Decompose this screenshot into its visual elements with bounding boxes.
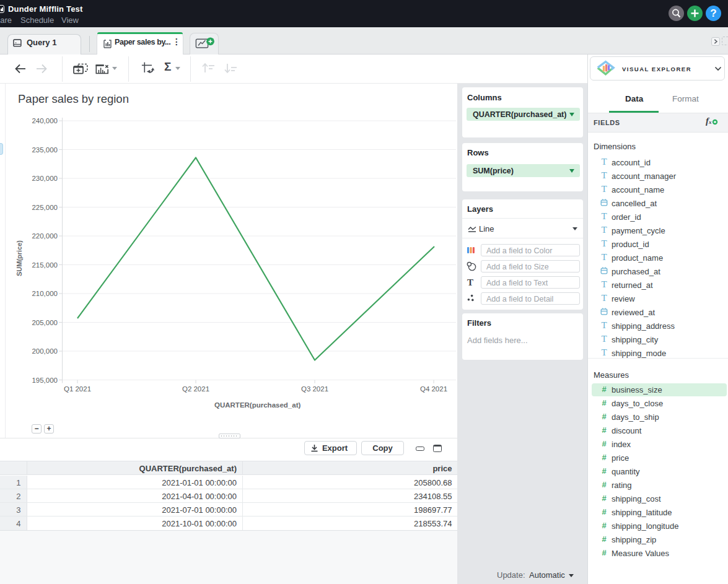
svg-text:210,000: 210,000 [32,290,58,297]
svg-text:200,000: 200,000 [32,347,58,355]
svg-text:Q4 2021: Q4 2021 [420,385,447,393]
svg-text:235,000: 235,000 [32,146,58,154]
svg-text:205,000: 205,000 [32,319,58,326]
svg-text:215,000: 215,000 [32,261,58,269]
svg-text:Q1 2021: Q1 2021 [64,385,91,393]
svg-text:230,000: 230,000 [32,175,58,182]
svg-text:195,000: 195,000 [32,377,58,384]
svg-text:220,000: 220,000 [32,232,58,240]
svg-text:225,000: 225,000 [32,204,58,211]
svg-text:Q2 2021: Q2 2021 [182,385,209,393]
svg-text:Q3 2021: Q3 2021 [301,385,328,393]
svg-text:240,000: 240,000 [32,117,58,124]
